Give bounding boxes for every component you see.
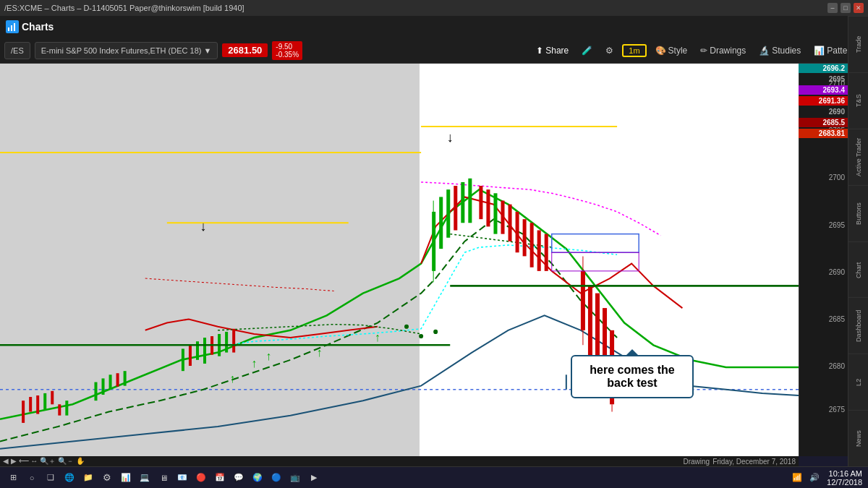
app1-icon[interactable]: ⚙ <box>100 471 114 485</box>
svg-rect-14 <box>22 401 25 423</box>
svg-rect-21 <box>94 382 97 401</box>
svg-rect-56 <box>595 294 600 360</box>
price-change-value: -9.50 <box>276 43 299 51</box>
svg-rect-25 <box>124 371 127 385</box>
app3-icon[interactable]: 💻 <box>137 471 152 485</box>
price-label: 2685.5 <box>799 118 848 127</box>
pencil-icon: ✏ <box>700 46 707 56</box>
instrument-dropdown[interactable]: E-mini S&P 500 Index Futures,ETH (DEC 18… <box>35 42 218 59</box>
svg-rect-32 <box>225 332 228 353</box>
right-panel-item[interactable]: Active Trader <box>848 129 868 185</box>
svg-rect-19 <box>58 404 61 415</box>
system-clock: 10:16 AM 12/7/2018 <box>827 469 862 487</box>
svg-rect-52 <box>581 271 585 330</box>
svg-rect-44 <box>493 193 497 234</box>
symbol-input[interactable]: /ES <box>4 42 30 59</box>
patterns-icon: 📊 <box>814 46 825 56</box>
right-panel-item[interactable]: Trade <box>848 16 868 72</box>
svg-text:↑: ↑ <box>251 356 257 369</box>
chart-area[interactable]: ↑ ↑ ↑ ↑ ↑ ↓ ↓ <box>0 64 799 456</box>
svg-rect-37 <box>439 197 443 249</box>
app10-icon[interactable]: 🔵 <box>269 471 284 485</box>
right-panel-item[interactable]: Chart <box>848 241 868 298</box>
taskbar-left: ⊞ ○ ❑ 🌐 📁 ⚙ 📊 💻 🖥 📧 🔴 📅 💬 🌍 🔵 📺 ▶ <box>6 471 321 485</box>
clock-time: 10:16 AM <box>827 469 862 478</box>
svg-text:↑: ↑ <box>265 349 271 362</box>
svg-rect-42 <box>479 186 482 219</box>
price-labels: 2696.226952693.42691.3626902685.52683.81 <box>799 64 848 138</box>
svg-rect-18 <box>51 391 54 404</box>
svg-rect-64 <box>552 234 639 253</box>
svg-text:↑: ↑ <box>317 346 323 359</box>
minimize-button[interactable]: – <box>827 3 838 13</box>
svg-text:↓: ↓ <box>447 129 454 144</box>
app12-icon[interactable]: ▶ <box>307 471 321 485</box>
gear-button[interactable]: ⚙ <box>601 44 618 57</box>
y-tick: 2680 <box>829 362 845 370</box>
y-tick: 2695 <box>829 221 845 228</box>
price-change: -9.50 -0.35% <box>272 41 302 60</box>
beaker-icon: 🧪 <box>582 46 592 56</box>
svg-rect-27 <box>189 345 192 366</box>
svg-rect-51 <box>545 234 548 271</box>
svg-point-68 <box>433 330 438 334</box>
app5-icon[interactable]: 📧 <box>175 471 190 485</box>
svg-rect-50 <box>537 231 541 271</box>
svg-text:↑: ↑ <box>229 371 235 384</box>
price-label: 2691.36 <box>799 96 848 106</box>
app8-icon[interactable]: 💬 <box>231 471 246 485</box>
app-logo: Charts <box>6 20 54 33</box>
window-title: /ES:XCME – Charts – D-11405051 Paper@thi… <box>4 4 244 12</box>
svg-point-66 <box>404 325 409 329</box>
right-panel-item[interactable]: T&S <box>848 72 868 129</box>
y-tick: 2675 <box>829 405 845 413</box>
svg-text:↓: ↓ <box>200 218 207 233</box>
folder-icon[interactable]: 📁 <box>81 471 95 485</box>
clock-date: 12/7/2018 <box>827 478 862 487</box>
svg-rect-0 <box>8 27 9 31</box>
app2-icon[interactable]: 📊 <box>119 471 133 485</box>
svg-rect-46 <box>509 205 512 241</box>
svg-rect-45 <box>501 201 505 234</box>
instrument-label: E-mini S&P 500 Index Futures,ETH (DEC 18… <box>41 46 202 55</box>
y-tick: 2685 <box>829 314 845 322</box>
svg-rect-2 <box>14 23 15 31</box>
right-panel-item[interactable]: L2 <box>848 354 868 410</box>
app9-icon[interactable]: 🌍 <box>250 471 265 485</box>
right-panel-item[interactable]: Buttons <box>848 185 868 241</box>
beaker-button[interactable]: 🧪 <box>577 44 597 57</box>
share-button[interactable]: ⬆ Share <box>532 44 573 57</box>
studies-button[interactable]: 🔬 Studies <box>754 44 805 57</box>
title-bar: /ES:XCME – Charts – D-11405051 Paper@thi… <box>0 0 868 16</box>
app4-icon[interactable]: 🖥 <box>156 471 171 485</box>
svg-rect-1 <box>11 25 12 31</box>
style-button[interactable]: 🎨 Style <box>651 44 692 57</box>
task-view-button[interactable]: ❑ <box>43 471 58 485</box>
timeframe-button[interactable]: 1m <box>622 44 646 57</box>
start-button[interactable]: ⊞ <box>6 471 20 485</box>
drawings-label: Drawings <box>710 46 746 56</box>
price-label: 2693.4 <box>799 85 848 95</box>
symbol-label: /ES <box>11 46 24 55</box>
svg-rect-41 <box>468 179 472 223</box>
edge-icon[interactable]: 🌐 <box>62 471 77 485</box>
app11-icon[interactable]: 📺 <box>288 471 302 485</box>
svg-rect-20 <box>65 401 68 415</box>
dropdown-arrow: ▼ <box>203 46 211 55</box>
right-panel-item[interactable]: Dashboard <box>848 297 868 354</box>
app7-icon[interactable]: 📅 <box>213 471 227 485</box>
datetime-bottom: Friday, December 7, 2018 <box>712 458 796 466</box>
current-price: 2681.50 <box>228 45 262 56</box>
search-button[interactable]: ○ <box>25 471 39 485</box>
price-label: 2696.2 <box>799 64 848 73</box>
svg-rect-43 <box>486 189 490 226</box>
share-icon: ⬆ <box>536 46 543 56</box>
right-panel: TradeT&SActive TraderButtonsChartDashboa… <box>848 16 868 466</box>
app6-icon[interactable]: 🔴 <box>194 471 208 485</box>
maximize-button[interactable]: □ <box>841 3 851 13</box>
app-logo-icon <box>6 20 19 33</box>
close-button[interactable]: ✕ <box>854 3 864 13</box>
drawings-button[interactable]: ✏ Drawings <box>696 44 750 57</box>
svg-rect-24 <box>116 373 119 386</box>
right-panel-item[interactable]: News <box>848 410 868 466</box>
